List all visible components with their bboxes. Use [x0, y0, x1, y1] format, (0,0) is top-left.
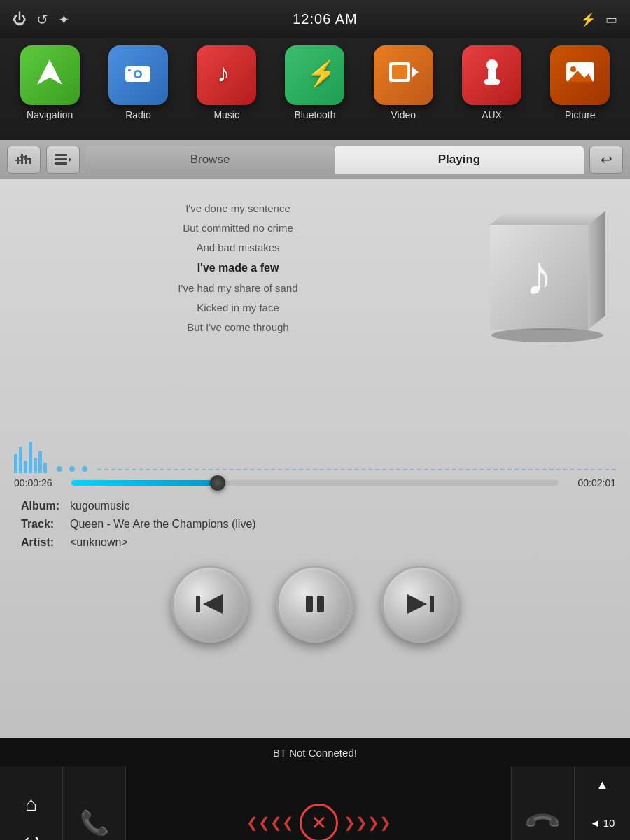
tabs: Browse Playing — [85, 146, 584, 174]
svg-point-32 — [491, 328, 603, 342]
progress-track[interactable] — [71, 480, 559, 486]
wave-bar — [38, 451, 42, 473]
album-art-svg: ♪ — [469, 204, 609, 351]
video-label: Video — [391, 109, 416, 120]
bluetooth-label: Bluetooth — [294, 109, 335, 120]
back-nav-button[interactable]: ↩ — [23, 830, 39, 841]
svg-point-12 — [484, 79, 490, 85]
svg-rect-4 — [128, 69, 131, 71]
bluetooth-icon: ⚡ — [285, 46, 344, 105]
progress-thumb[interactable] — [210, 475, 225, 491]
svg-rect-22 — [20, 156, 25, 158]
lyric-line: I've made a few — [14, 259, 462, 277]
volume-label: ◄ 10 — [590, 817, 615, 829]
svg-marker-38 — [407, 594, 427, 614]
list-button[interactable] — [46, 146, 80, 174]
svg-rect-21 — [15, 160, 21, 161]
wave-bar — [14, 454, 18, 473]
album-row: Album: kugoumusic — [21, 500, 609, 512]
volume-area: ▲ ◄ 10 ▼ — [574, 766, 630, 840]
aux-label: AUX — [482, 109, 502, 120]
lyric-line: But I've come through — [14, 319, 462, 336]
svg-marker-8 — [412, 66, 419, 78]
svg-rect-33 — [196, 596, 200, 612]
music-label: Music — [214, 109, 239, 120]
navigation-icon — [20, 46, 80, 105]
lyrics-panel: I've done my sentenceBut committed no cr… — [14, 193, 462, 417]
music-icon: ♪ — [197, 46, 256, 105]
player-area: Browse Playing ↩ I've done my sentenceBu… — [0, 140, 630, 738]
app-item-music[interactable]: ♪Music — [188, 46, 265, 120]
tab-playing[interactable]: Playing — [335, 146, 584, 174]
usb-icon: ⚡ — [580, 12, 596, 27]
app-launcher: NavigationRadio♪Music⚡BluetoothVideoAUXP… — [0, 38, 630, 140]
artist-row: Artist: <unknown> — [21, 536, 609, 549]
next-button[interactable] — [382, 566, 458, 643]
app-item-bluetooth[interactable]: ⚡Bluetooth — [276, 46, 354, 120]
rewind-arrow-1[interactable]: ❮❮❮ — [246, 814, 282, 831]
tab-browse[interactable]: Browse — [85, 146, 335, 174]
svg-rect-23 — [24, 158, 29, 160]
svg-point-3 — [136, 72, 140, 76]
svg-rect-26 — [55, 162, 67, 164]
svg-text:♪: ♪ — [525, 244, 553, 307]
rewind-arrow-2[interactable]: ❮ — [282, 814, 294, 831]
lyric-line: But committed no crime — [14, 220, 462, 237]
power-icon[interactable]: ⏻ — [13, 11, 27, 27]
svg-rect-24 — [55, 154, 67, 156]
picture-label: Picture — [565, 109, 596, 120]
radio-icon — [108, 46, 168, 105]
svg-marker-30 — [490, 211, 606, 225]
forward-arrow-1[interactable]: ❯ — [344, 814, 356, 831]
app-item-video[interactable]: Video — [365, 46, 442, 120]
track-row: Track: Queen - We Are the Champions (liv… — [21, 518, 609, 531]
volume-up-button[interactable]: ▲ — [596, 778, 609, 792]
accept-call-button[interactable]: 📞 — [80, 808, 109, 836]
equalizer-button[interactable] — [7, 146, 41, 174]
phone-call-area: 📞 — [63, 766, 126, 840]
svg-rect-18 — [21, 154, 23, 164]
toolbar: Browse Playing ↩ — [0, 140, 630, 179]
svg-text:♪: ♪ — [217, 59, 230, 88]
time-current: 00:00:26 — [14, 477, 63, 489]
svg-marker-27 — [69, 157, 71, 162]
top-bar-right-icons: ⚡ ▭ — [580, 12, 617, 27]
svg-rect-20 — [29, 158, 31, 164]
radio-label: Radio — [125, 109, 151, 120]
app-item-aux[interactable]: AUX — [454, 46, 531, 120]
playback-controls — [0, 566, 630, 650]
progress-area: 00:00:26 00:02:01 — [0, 477, 630, 489]
bt-status-text: BT Not Conneted! — [273, 747, 357, 759]
svg-point-10 — [486, 59, 498, 71]
back-button[interactable]: ↩ — [589, 146, 623, 174]
end-call-area: 📞 — [511, 766, 574, 840]
album-value: kugoumusic — [70, 500, 130, 512]
end-call-button[interactable]: 📞 — [523, 802, 564, 840]
lyric-line: I've done my sentence — [14, 200, 462, 217]
svg-rect-9 — [392, 65, 407, 79]
album-label: Album: — [21, 500, 70, 512]
x-icon: ✕ — [311, 811, 327, 834]
home-button[interactable]: ⌂ — [25, 793, 37, 816]
cancel-button[interactable]: ✕ — [300, 804, 338, 841]
wave-dot — [69, 466, 75, 472]
svg-rect-36 — [317, 596, 324, 612]
status-bar: BT Not Conneted! ⌂ ↩ 📞 ❮❮❮ ❮ ✕ ❯ ❯❯❯ 📞 ▲ — [0, 738, 630, 840]
waveform-area — [0, 424, 630, 473]
brightness-icon[interactable]: ✦ — [58, 11, 70, 28]
video-icon — [374, 46, 433, 105]
svg-marker-29 — [588, 211, 606, 330]
app-item-picture[interactable]: Picture — [542, 46, 619, 120]
prev-button[interactable] — [172, 566, 248, 643]
window-icon[interactable]: ▭ — [606, 12, 617, 27]
app-item-radio[interactable]: Radio — [99, 46, 176, 120]
app-item-navigation[interactable]: Navigation — [11, 46, 88, 120]
forward-arrow-2[interactable]: ❯❯❯ — [356, 814, 391, 831]
wave-dot — [57, 466, 62, 472]
pause-button[interactable] — [276, 566, 354, 643]
navigation-label: Navigation — [27, 109, 73, 120]
reset-icon[interactable]: ↺ — [36, 11, 48, 28]
svg-rect-37 — [430, 596, 434, 612]
wave-bar — [43, 463, 47, 473]
picture-icon — [550, 46, 610, 105]
